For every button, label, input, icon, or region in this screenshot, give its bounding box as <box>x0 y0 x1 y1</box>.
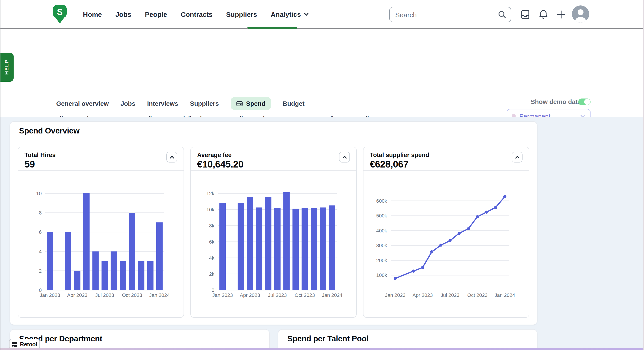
chevron-up-icon <box>169 154 174 159</box>
svg-text:Jul 2023: Jul 2023 <box>268 292 287 298</box>
svg-text:6: 6 <box>39 229 42 235</box>
chart-card-value: €628,067 <box>370 159 408 170</box>
svg-text:Jul 2023: Jul 2023 <box>95 292 114 298</box>
svg-text:2: 2 <box>39 268 42 274</box>
svg-text:Jan 2024: Jan 2024 <box>495 292 515 298</box>
app-screen: S HomeJobsPeopleContractsSuppliersAnalyt… <box>0 0 644 350</box>
collapse-button[interactable] <box>166 152 177 162</box>
svg-text:Apr 2023: Apr 2023 <box>412 292 432 298</box>
panel-spend-per-talent-pool: Spend per Talent Pool <box>278 329 538 350</box>
tab-budget[interactable]: Budget <box>282 97 304 110</box>
notifications-bell-icon[interactable] <box>538 9 549 20</box>
tab-jobs[interactable]: Jobs <box>120 97 135 110</box>
collapse-button[interactable] <box>339 152 350 162</box>
chevron-down-icon <box>304 11 309 17</box>
nav-item-people[interactable]: People <box>145 10 167 18</box>
search-box[interactable] <box>389 7 511 22</box>
window-bottom-edge <box>0 348 644 350</box>
tab-label: General overview <box>56 100 109 107</box>
inbox-icon[interactable] <box>520 9 531 20</box>
add-plus-icon[interactable] <box>556 9 566 20</box>
retool-badge-label: Retool <box>20 341 37 347</box>
svg-text:10k: 10k <box>206 207 214 213</box>
line-chart-total-supplier-spend[interactable]: 100k200k300k400k500k600kJan 2023Apr 2023… <box>364 173 525 303</box>
svg-text:600k: 600k <box>376 198 387 204</box>
nav-item-jobs[interactable]: Jobs <box>115 10 131 18</box>
nav-analytics-label: Analytics <box>271 10 301 18</box>
search-input[interactable] <box>390 11 498 18</box>
spend-overview-panel: Spend Overview Total Hires590246810Jan 2… <box>10 121 538 325</box>
tab-interviews[interactable]: Interviews <box>147 97 178 110</box>
brand-letter: S <box>57 7 62 17</box>
chevron-up-icon <box>342 154 347 159</box>
svg-text:Jan 2023: Jan 2023 <box>385 292 406 298</box>
bar-chart-average-fee[interactable]: 02k4k6k8k10k12kJan 2023Apr 2023Jul 2023O… <box>192 173 352 303</box>
show-demo-data-label: Show demo data <box>531 98 581 105</box>
window-right-edge <box>643 0 644 350</box>
chevron-up-icon <box>514 154 520 159</box>
help-tab-label: HELP <box>4 60 10 75</box>
chart-card-total-hires: Total Hires590246810Jan 2023Apr 2023Jul … <box>18 147 184 318</box>
svg-text:12k: 12k <box>206 191 214 196</box>
svg-text:Oct 2023: Oct 2023 <box>122 292 142 298</box>
svg-text:4k: 4k <box>209 255 214 261</box>
svg-text:4: 4 <box>39 249 42 254</box>
user-avatar[interactable] <box>572 6 589 23</box>
svg-text:Jan 2023: Jan 2023 <box>40 292 60 298</box>
svg-text:Apr 2023: Apr 2023 <box>240 292 260 298</box>
svg-text:8k: 8k <box>209 223 214 229</box>
chart-card-average-fee: Average fee€10,645.2002k4k6k8k10k12kJan … <box>190 147 357 318</box>
svg-text:Oct 2023: Oct 2023 <box>294 292 315 298</box>
tab-spend[interactable]: Spend <box>231 97 271 110</box>
svg-text:Oct 2023: Oct 2023 <box>467 292 488 298</box>
chart-card-title: Total supplier spend <box>370 152 429 158</box>
tab-label: Budget <box>282 100 304 107</box>
nav-item-contracts[interactable]: Contracts <box>181 10 212 18</box>
svg-text:10: 10 <box>36 191 42 196</box>
chart-card-total-supplier-spend: Total supplier spend€628,067100k200k300k… <box>363 147 529 318</box>
svg-text:200k: 200k <box>376 258 387 263</box>
bar-chart-total-hires[interactable]: 0246810Jan 2023Apr 2023Jul 2023Oct 2023J… <box>19 173 180 303</box>
svg-text:Apr 2023: Apr 2023 <box>67 292 87 298</box>
toggle-knob <box>584 99 590 105</box>
card-divider <box>18 170 184 171</box>
active-nav-underline <box>248 27 297 29</box>
nav-item-analytics-active[interactable]: Analytics <box>271 10 309 18</box>
nav-item-home[interactable]: Home <box>83 10 102 18</box>
tab-label: Jobs <box>120 100 135 107</box>
svg-text:400k: 400k <box>376 228 387 234</box>
svg-text:300k: 300k <box>376 243 387 248</box>
nav-menu: HomeJobsPeopleContractsSuppliersAnalytic… <box>83 0 309 28</box>
show-demo-data-toggle[interactable] <box>578 98 590 105</box>
panel-divider <box>278 346 537 346</box>
avatar-person-icon <box>572 6 589 23</box>
svg-text:Jul 2023: Jul 2023 <box>440 292 459 298</box>
collapse-button[interactable] <box>512 152 522 162</box>
panel-spend-per-department: Spend per Department <box>10 329 270 350</box>
filters-section: General overviewJobsInterviewsSuppliersS… <box>0 29 644 117</box>
analytics-tabs: General overviewJobsInterviewsSuppliersS… <box>56 97 304 110</box>
brand-logo[interactable]: S <box>53 5 66 24</box>
tab-label: Interviews <box>147 100 178 107</box>
chart-card-value: 59 <box>24 159 35 170</box>
panel-title-spend-per-talent-pool: Spend per Talent Pool <box>287 334 369 344</box>
chart-card-title: Total Hires <box>24 152 56 158</box>
tab-general-overview[interactable]: General overview <box>56 97 109 110</box>
svg-text:Jan 2023: Jan 2023 <box>212 292 233 298</box>
top-navbar: S HomeJobsPeopleContractsSuppliersAnalyt… <box>0 0 644 29</box>
help-tab[interactable]: HELP <box>0 53 14 82</box>
search-icon[interactable] <box>498 10 507 19</box>
panel-divider <box>10 346 269 346</box>
chart-card-title: Average fee <box>197 152 232 158</box>
tab-label: Suppliers <box>190 100 219 107</box>
panel-divider <box>10 140 537 140</box>
tab-suppliers[interactable]: Suppliers <box>190 97 219 110</box>
card-divider <box>191 170 356 171</box>
retool-logo-icon <box>12 341 18 347</box>
svg-text:6k: 6k <box>209 239 214 245</box>
credit-card-icon <box>236 100 243 107</box>
svg-text:Jan 2024: Jan 2024 <box>322 292 342 298</box>
chart-card-value: €10,645.20 <box>197 159 243 170</box>
nav-item-suppliers[interactable]: Suppliers <box>226 10 257 18</box>
svg-text:8: 8 <box>39 210 42 216</box>
